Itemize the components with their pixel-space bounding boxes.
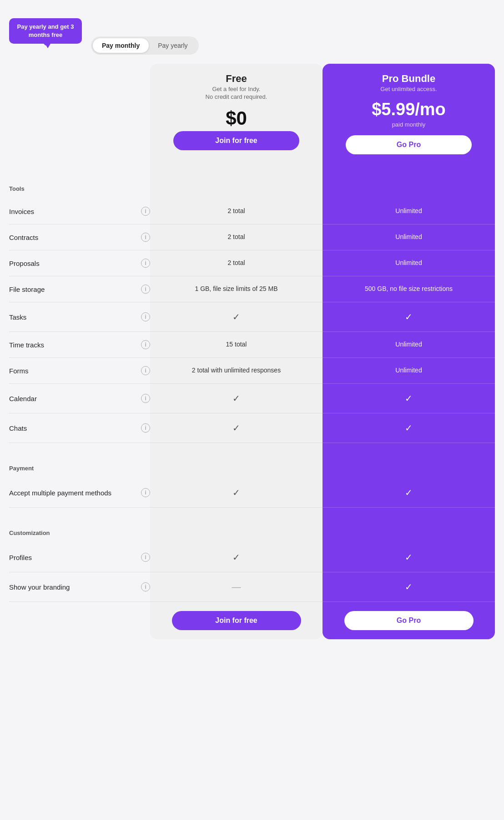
customization-section-pro-spacer — [323, 508, 495, 543]
join-free-bottom-btn[interactable]: Join for free — [172, 611, 301, 630]
pricing-grid: Free Get a feel for Indy. No credit card… — [9, 64, 495, 639]
time-tracks-pro-val: Unlimited — [323, 332, 495, 358]
customization-label: Customization — [9, 519, 150, 540]
invoices-pro-val: Unlimited — [323, 199, 495, 224]
branding-left: Show your branding i — [9, 572, 150, 602]
bottom-cta-left-empty — [9, 602, 150, 639]
payment-methods-left: Accept multiple payment methods i — [9, 478, 150, 508]
go-pro-bottom-btn[interactable]: Go Pro — [344, 611, 474, 630]
proposals-label: Proposals — [9, 260, 40, 267]
invoices-info-icon[interactable]: i — [141, 207, 150, 216]
tools-section-free-spacer — [150, 165, 323, 199]
payment-section-pro-spacer — [323, 443, 495, 478]
tasks-free-val: ✓ — [150, 302, 323, 332]
profiles-left: Profiles i — [9, 543, 150, 572]
profiles-free-val: ✓ — [150, 543, 323, 572]
forms-pro-val: Unlimited — [323, 358, 495, 384]
proposals-info-icon[interactable]: i — [141, 259, 150, 268]
page-wrapper: Pay yearly and get 3 months free Pay mon… — [0, 9, 504, 648]
contracts-pro-val: Unlimited — [323, 224, 495, 250]
tasks-left: Tasks i — [9, 302, 150, 332]
pro-column-header: Pro Bundle Get unlimited access. $5.99/m… — [323, 64, 495, 165]
join-free-top-btn[interactable]: Join for free — [173, 131, 300, 150]
chats-label: Chats — [9, 424, 27, 432]
calendar-info-icon[interactable]: i — [141, 394, 150, 403]
profiles-free-check: ✓ — [232, 551, 240, 564]
free-column-header: Free Get a feel for Indy. No credit card… — [150, 64, 323, 165]
contracts-label: Contracts — [9, 234, 38, 241]
invoices-free-val: 2 total — [150, 199, 323, 224]
tools-label: Tools — [9, 174, 150, 196]
payment-methods-info-icon[interactable]: i — [141, 488, 150, 497]
tasks-pro-check: ✓ — [405, 311, 413, 323]
forms-left: Forms i — [9, 358, 150, 384]
proposals-free-val: 2 total — [150, 250, 323, 276]
payment-methods-pro-val: ✓ — [323, 478, 495, 508]
pro-title: Pro Bundle — [330, 73, 488, 85]
profiles-label: Profiles — [9, 554, 32, 561]
forms-label: Forms — [9, 367, 29, 375]
tasks-info-icon[interactable]: i — [141, 312, 150, 321]
calendar-label: Calendar — [9, 395, 37, 402]
branding-info-icon[interactable]: i — [141, 582, 150, 591]
branding-pro-check: ✓ — [405, 581, 413, 593]
tools-section-label-left: Tools — [9, 165, 150, 199]
billing-toggle[interactable]: Pay monthly Pay yearly — [91, 36, 199, 55]
calendar-free-check: ✓ — [232, 392, 240, 405]
pay-monthly-btn[interactable]: Pay monthly — [93, 38, 149, 53]
forms-free-val: 2 total with unlimited responses — [150, 358, 323, 384]
tasks-pro-val: ✓ — [323, 302, 495, 332]
time-tracks-label: Time tracks — [9, 341, 44, 349]
customization-section-label-left: Customization — [9, 508, 150, 543]
customization-section-free-spacer — [150, 508, 323, 543]
branding-free-dash: — — [232, 581, 241, 593]
free-subtitle2: No credit card required. — [157, 93, 315, 100]
file-storage-pro-val: 500 GB, no file size restrictions — [323, 276, 495, 302]
chats-free-check: ✓ — [232, 422, 240, 434]
calendar-pro-check: ✓ — [405, 392, 413, 405]
payment-free-check: ✓ — [232, 486, 240, 499]
calendar-pro-val: ✓ — [323, 384, 495, 413]
pro-price: $5.99/mo — [330, 100, 488, 119]
chats-left: Chats i — [9, 413, 150, 443]
chats-pro-val: ✓ — [323, 413, 495, 443]
bottom-cta-pro: Go Pro — [323, 602, 495, 639]
payment-label: Payment — [9, 454, 150, 475]
invoices-left: Invoices i — [9, 199, 150, 224]
time-tracks-left: Time tracks i — [9, 332, 150, 358]
payment-methods-free-val: ✓ — [150, 478, 323, 508]
profiles-pro-val: ✓ — [323, 543, 495, 572]
go-pro-top-btn[interactable]: Go Pro — [346, 135, 472, 154]
pro-subtitle: Get unlimited access. — [330, 86, 488, 92]
toggle-area: Pay yearly and get 3 months free Pay mon… — [9, 18, 495, 55]
tools-section-pro-spacer — [323, 165, 495, 199]
chats-free-val: ✓ — [150, 413, 323, 443]
proposals-left: Proposals i — [9, 250, 150, 276]
bottom-cta-free: Join for free — [150, 602, 323, 639]
chats-pro-check: ✓ — [405, 422, 413, 434]
branding-label: Show your branding — [9, 583, 70, 591]
header-left-empty — [9, 64, 150, 165]
file-storage-left: File storage i — [9, 276, 150, 302]
calendar-left: Calendar i — [9, 384, 150, 413]
file-storage-free-val: 1 GB, file size limits of 25 MB — [150, 276, 323, 302]
branding-free-val: — — [150, 572, 323, 602]
pay-yearly-btn[interactable]: Pay yearly — [149, 38, 197, 53]
contracts-info-icon[interactable]: i — [141, 233, 150, 242]
calendar-free-val: ✓ — [150, 384, 323, 413]
tasks-free-check: ✓ — [232, 311, 240, 323]
payment-pro-check: ✓ — [405, 486, 413, 499]
invoices-label: Invoices — [9, 208, 34, 215]
payment-section-label-left: Payment — [9, 443, 150, 478]
chats-info-icon[interactable]: i — [141, 423, 150, 433]
free-title: Free — [157, 73, 315, 85]
file-storage-label: File storage — [9, 285, 45, 293]
pro-period: paid monthly — [330, 121, 488, 128]
forms-info-icon[interactable]: i — [141, 366, 150, 375]
free-subtitle1: Get a feel for Indy. — [157, 86, 315, 92]
file-storage-info-icon[interactable]: i — [141, 285, 150, 294]
time-tracks-info-icon[interactable]: i — [141, 340, 150, 349]
profiles-info-icon[interactable]: i — [141, 553, 150, 562]
branding-pro-val: ✓ — [323, 572, 495, 602]
free-price: $0 — [157, 107, 315, 129]
